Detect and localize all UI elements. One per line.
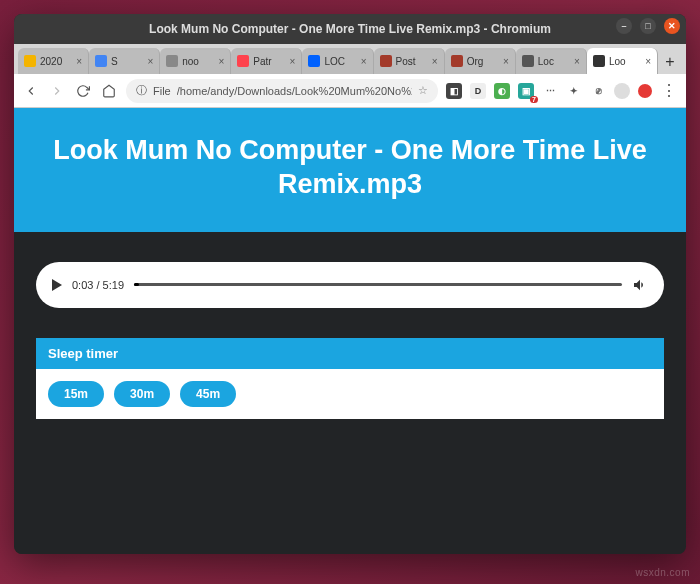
- sleep-timer-header: Sleep timer: [36, 338, 664, 369]
- tab-label: LOC: [324, 56, 356, 67]
- current-time: 0:03: [72, 279, 93, 291]
- record-icon[interactable]: [638, 84, 652, 98]
- close-button[interactable]: ✕: [664, 18, 680, 34]
- tab-label: Loo: [609, 56, 641, 67]
- new-tab-button[interactable]: +: [658, 50, 682, 74]
- play-icon[interactable]: [52, 279, 62, 291]
- favicon-icon: [308, 55, 320, 67]
- extensions-icon[interactable]: ✦: [566, 83, 582, 99]
- window-controls: – □ ✕: [616, 18, 680, 34]
- sleep-option-45m[interactable]: 45m: [180, 381, 236, 407]
- favicon-icon: [380, 55, 392, 67]
- home-icon[interactable]: [100, 82, 118, 100]
- ext-icon-5[interactable]: ⋯: [542, 83, 558, 99]
- close-tab-icon[interactable]: ×: [574, 56, 580, 67]
- forward-icon[interactable]: [48, 82, 66, 100]
- tab-0[interactable]: 2020 ×: [18, 48, 89, 74]
- tab-3[interactable]: Patr ×: [231, 48, 302, 74]
- tab-7[interactable]: Loc ×: [516, 48, 587, 74]
- favicon-icon: [95, 55, 107, 67]
- favicon-icon: [237, 55, 249, 67]
- favicon-icon: [24, 55, 36, 67]
- page-title: Look Mum No Computer - One More Time Liv…: [14, 108, 686, 232]
- cast-icon[interactable]: ⎚: [590, 83, 606, 99]
- audio-player-container: 0:03 / 5:19: [14, 232, 686, 338]
- tab-label: Patr: [253, 56, 285, 67]
- ext-icon-1[interactable]: ◧: [446, 83, 462, 99]
- favicon-icon: [522, 55, 534, 67]
- tab-5[interactable]: Post ×: [374, 48, 445, 74]
- sleep-option-15m[interactable]: 15m: [48, 381, 104, 407]
- time-display: 0:03 / 5:19: [72, 279, 124, 291]
- seek-progress: [134, 283, 139, 286]
- close-tab-icon[interactable]: ×: [645, 56, 651, 67]
- tab-6[interactable]: Org ×: [445, 48, 516, 74]
- extension-icons: ◧ D ◐ ▣7 ⋯ ✦ ⎚ ⋮: [446, 82, 678, 100]
- minimize-button[interactable]: –: [616, 18, 632, 34]
- browser-window: Look Mum No Computer - One More Time Liv…: [14, 14, 686, 554]
- tab-8-active[interactable]: Loo ×: [587, 48, 658, 74]
- tab-label: Org: [467, 56, 499, 67]
- page-content: Look Mum No Computer - One More Time Liv…: [14, 108, 686, 554]
- sleep-option-30m[interactable]: 30m: [114, 381, 170, 407]
- tab-4[interactable]: LOC ×: [302, 48, 373, 74]
- profile-icon[interactable]: [614, 83, 630, 99]
- ext-icon-3[interactable]: ◐: [494, 83, 510, 99]
- back-icon[interactable]: [22, 82, 40, 100]
- close-tab-icon[interactable]: ×: [218, 56, 224, 67]
- favicon-icon: [593, 55, 605, 67]
- close-tab-icon[interactable]: ×: [76, 56, 82, 67]
- close-tab-icon[interactable]: ×: [290, 56, 296, 67]
- tab-2[interactable]: noo ×: [160, 48, 231, 74]
- ext-icon-4[interactable]: ▣7: [518, 83, 534, 99]
- close-tab-icon[interactable]: ×: [503, 56, 509, 67]
- duration: 5:19: [103, 279, 124, 291]
- tab-label: noo: [182, 56, 214, 67]
- close-tab-icon[interactable]: ×: [432, 56, 438, 67]
- tab-label: Loc: [538, 56, 570, 67]
- ext-icon-2[interactable]: D: [470, 83, 486, 99]
- close-tab-icon[interactable]: ×: [361, 56, 367, 67]
- window-titlebar: Look Mum No Computer - One More Time Liv…: [14, 14, 686, 44]
- maximize-button[interactable]: □: [640, 18, 656, 34]
- menu-icon[interactable]: ⋮: [660, 82, 678, 100]
- tab-label: Post: [396, 56, 428, 67]
- favicon-icon: [451, 55, 463, 67]
- volume-icon[interactable]: [632, 277, 648, 293]
- file-chip: File: [153, 85, 171, 97]
- tab-strip: 2020 × S × noo × Patr × LOC × Post ×: [14, 44, 686, 74]
- url-input[interactable]: [177, 85, 412, 97]
- browser-toolbar: ⓘ File ☆ ◧ D ◐ ▣7 ⋯ ✦ ⎚ ⋮: [14, 74, 686, 108]
- info-icon[interactable]: ⓘ: [136, 83, 147, 98]
- tab-1[interactable]: S ×: [89, 48, 160, 74]
- window-title: Look Mum No Computer - One More Time Liv…: [149, 22, 551, 36]
- star-icon[interactable]: ☆: [418, 84, 428, 97]
- reload-icon[interactable]: [74, 82, 92, 100]
- favicon-icon: [166, 55, 178, 67]
- tab-label: S: [111, 56, 143, 67]
- tab-label: 2020: [40, 56, 72, 67]
- watermark: wsxdn.com: [635, 567, 690, 578]
- audio-player: 0:03 / 5:19: [36, 262, 664, 308]
- seek-slider[interactable]: [134, 283, 622, 286]
- sleep-timer-panel: Sleep timer 15m 30m 45m: [36, 338, 664, 419]
- sleep-timer-options: 15m 30m 45m: [36, 369, 664, 419]
- close-tab-icon[interactable]: ×: [147, 56, 153, 67]
- address-bar[interactable]: ⓘ File ☆: [126, 79, 438, 103]
